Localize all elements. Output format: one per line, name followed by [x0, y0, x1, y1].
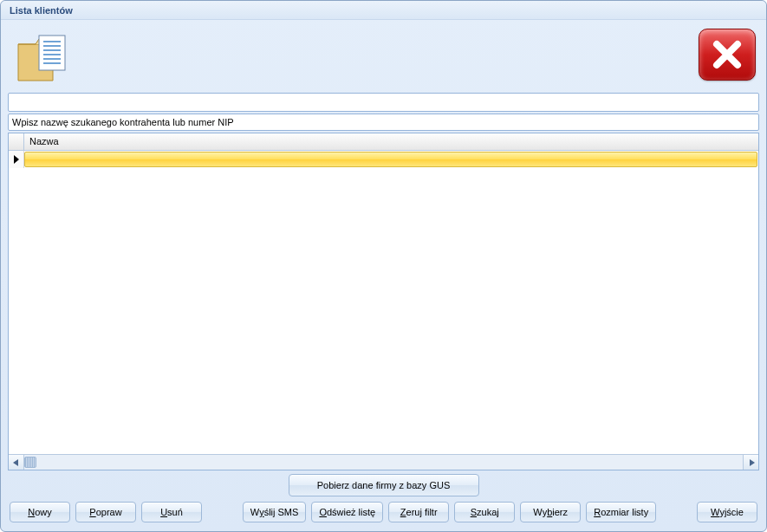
select-button[interactable]: Wybierz [520, 502, 581, 522]
list-size-button[interactable]: Rozmiar listy [586, 502, 656, 522]
table-row[interactable] [9, 151, 758, 168]
exit-button[interactable]: Wyjście [697, 502, 757, 522]
search-button[interactable]: Szukaj [454, 502, 515, 522]
scroll-track[interactable] [24, 455, 743, 470]
scroll-thumb[interactable] [24, 457, 36, 468]
horizontal-scrollbar[interactable] [9, 454, 758, 470]
bottom-toolbar: Pobierz dane firmy z bazy GUS Nowy Popra… [8, 470, 759, 524]
current-row-indicator-icon [9, 151, 24, 168]
refresh-list-button[interactable]: Odśwież listę [311, 502, 383, 522]
window-title: Lista klientów [1, 1, 766, 20]
delete-button[interactable]: Usuń [141, 502, 202, 522]
gus-fetch-button[interactable]: Pobierz dane firmy z bazy GUS [289, 474, 479, 496]
reset-filter-button[interactable]: Zeruj filtr [388, 502, 449, 522]
column-header-nazwa[interactable]: Nazwa [24, 133, 758, 150]
header-icon-row [8, 27, 759, 93]
send-sms-button[interactable]: Wyślij SMS [243, 502, 307, 522]
exit-button-group: Wyjście [697, 502, 757, 522]
scroll-right-button[interactable] [743, 455, 758, 470]
action-button-group: Wyślij SMS Odśwież listę Zeruj filtr Szu… [243, 502, 656, 522]
grid-header-row: Nazwa [9, 133, 758, 151]
row-indicator-header [9, 133, 24, 150]
cell-nazwa[interactable] [24, 152, 757, 167]
scroll-left-button[interactable] [9, 455, 24, 470]
search-input[interactable] [8, 93, 759, 112]
close-icon[interactable] [699, 29, 756, 81]
content-area: Wpisz nazwę szukanego kontrahenta lub nu… [1, 20, 766, 531]
clients-window: Lista klientów [0, 0, 767, 532]
crud-button-group: Nowy Popraw Usuń [10, 502, 202, 522]
grid-body[interactable] [9, 151, 758, 454]
folder-document-icon [13, 29, 72, 89]
new-button[interactable]: Nowy [10, 502, 70, 522]
edit-button[interactable]: Popraw [75, 502, 136, 522]
clients-grid: Nazwa [8, 133, 759, 470]
search-hint-label: Wpisz nazwę szukanego kontrahenta lub nu… [8, 114, 759, 131]
